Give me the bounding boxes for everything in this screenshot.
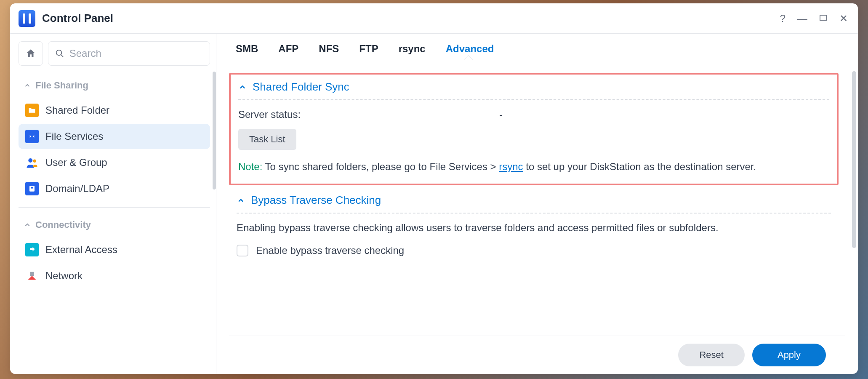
section-title: Shared Folder Sync [253, 80, 349, 93]
chevron-up-icon [238, 83, 247, 91]
server-status-row: Server status: - [238, 109, 829, 120]
checkbox-icon[interactable] [237, 245, 248, 256]
sidebar-item-file-services[interactable]: File Services [19, 124, 210, 149]
tabs: SMB AFP NFS FTP rsync Advanced [216, 34, 858, 63]
task-list-button[interactable]: Task List [238, 129, 296, 150]
divider [19, 207, 210, 208]
svg-rect-0 [820, 15, 827, 20]
note-after: to set up your DiskStation as the destin… [523, 161, 756, 172]
search-input[interactable] [69, 48, 203, 59]
bypass-traverse-section: Bypass Traverse Checking Enabling bypass… [229, 194, 839, 256]
close-icon[interactable]: ✕ [839, 13, 848, 24]
svg-line-2 [61, 55, 63, 57]
folder-icon [25, 104, 39, 117]
sidebar-item-label: User & Group [45, 157, 107, 168]
maximize-icon[interactable] [819, 13, 828, 24]
enable-bypass-checkbox-row[interactable]: Enable bypass traverse checking [237, 245, 831, 256]
section-file-sharing[interactable]: File Sharing [19, 73, 210, 98]
shared-folder-sync-header[interactable]: Shared Folder Sync [238, 80, 829, 100]
content-area: Shared Folder Sync Server status: - Task… [216, 63, 858, 336]
main-panel: SMB AFP NFS FTP rsync Advanced Shared Fo… [216, 34, 858, 374]
rsync-link[interactable]: rsync [499, 161, 523, 172]
sidebar-scrollbar[interactable] [213, 72, 216, 190]
chevron-up-icon [24, 221, 31, 229]
svg-point-4 [33, 160, 37, 163]
server-status-label: Server status: [238, 109, 499, 120]
section-title: Bypass Traverse Checking [251, 194, 381, 207]
search-icon [55, 48, 64, 59]
control-panel-window: Control Panel ? — ✕ File [10, 3, 858, 374]
network-icon [25, 269, 39, 283]
sidebar-item-label: File Services [45, 131, 103, 142]
section-connectivity[interactable]: Connectivity [19, 213, 210, 237]
content-scrollbar[interactable] [852, 71, 856, 248]
user-group-icon [25, 156, 39, 169]
ldap-icon [25, 182, 39, 195]
shared-folder-sync-section: Shared Folder Sync Server status: - Task… [229, 73, 839, 185]
server-status-value: - [499, 109, 503, 120]
sidebar-item-label: Network [45, 270, 83, 282]
note-text: Note: To sync shared folders, please go … [238, 159, 829, 174]
svg-point-6 [31, 187, 33, 189]
app-icon [19, 10, 35, 27]
tab-rsync[interactable]: rsync [399, 43, 426, 62]
checkbox-label: Enable bypass traverse checking [256, 245, 404, 256]
tab-ftp[interactable]: FTP [359, 43, 378, 62]
tab-advanced[interactable]: Advanced [446, 43, 494, 62]
minimize-icon[interactable]: — [797, 13, 807, 24]
sidebar-item-external-access[interactable]: External Access [19, 237, 210, 262]
tab-afp[interactable]: AFP [278, 43, 298, 62]
tab-nfs[interactable]: NFS [319, 43, 339, 62]
bypass-description: Enabling bypass traverse checking allows… [237, 222, 831, 234]
sidebar-item-domain-ldap[interactable]: Domain/LDAP [19, 176, 210, 201]
section-label: Connectivity [35, 219, 91, 230]
sidebar-item-shared-folder[interactable]: Shared Folder [19, 98, 210, 123]
footer: Reset Apply [229, 336, 845, 374]
chevron-up-icon [237, 196, 245, 205]
sidebar-item-label: Shared Folder [45, 104, 109, 116]
svg-point-3 [28, 158, 32, 163]
chevron-up-icon [24, 82, 31, 89]
titlebar: Control Panel ? — ✕ [10, 3, 858, 34]
section-label: File Sharing [35, 80, 88, 91]
sidebar-item-label: Domain/LDAP [45, 183, 109, 195]
home-button[interactable] [19, 41, 43, 66]
bypass-traverse-header[interactable]: Bypass Traverse Checking [237, 194, 831, 214]
sidebar: File Sharing Shared Folder File Services… [10, 34, 216, 374]
note-label: Note: [238, 161, 262, 172]
apply-button[interactable]: Apply [752, 344, 826, 366]
svg-rect-7 [30, 272, 34, 276]
reset-button[interactable]: Reset [678, 344, 744, 366]
sidebar-item-label: External Access [45, 244, 117, 256]
services-icon [25, 130, 39, 143]
sidebar-item-user-group[interactable]: User & Group [19, 150, 210, 175]
svg-point-1 [56, 50, 62, 56]
sidebar-item-network[interactable]: Network [19, 263, 210, 288]
help-icon[interactable]: ? [780, 13, 785, 24]
tab-smb[interactable]: SMB [236, 43, 258, 62]
external-access-icon [25, 243, 39, 256]
note-before: To sync shared folders, please go to Fil… [262, 161, 499, 172]
search-input-wrap[interactable] [48, 41, 210, 66]
window-title: Control Panel [42, 12, 780, 25]
window-controls: ? — ✕ [780, 13, 848, 24]
